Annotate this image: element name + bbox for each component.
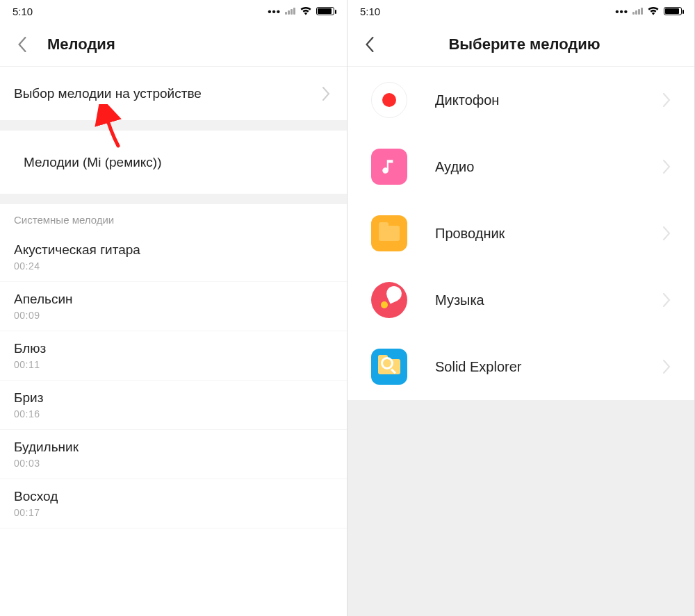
phone-right: 5:10 ••• Выберите мелодию ДиктофонАудиоП… bbox=[348, 0, 695, 616]
app-label: Аудио bbox=[435, 159, 632, 175]
status-bar: 5:10 ••• bbox=[0, 0, 347, 22]
song-name: Будильник bbox=[14, 440, 333, 455]
app-row-solid[interactable]: Solid Explorer bbox=[348, 333, 694, 400]
song-name: Акустическая гитара bbox=[14, 242, 333, 258]
row-mi-remix[interactable]: Мелодии (Mi (ремикс)) bbox=[0, 131, 347, 194]
song-row[interactable]: Бриз00:16 bbox=[0, 381, 347, 430]
row-pick-on-device[interactable]: Выбор мелодии на устройстве bbox=[0, 67, 347, 121]
section-gap bbox=[0, 121, 347, 131]
section-header-system: Системные мелодии bbox=[0, 204, 347, 233]
app-label: Solid Explorer bbox=[435, 359, 632, 375]
status-time: 5:10 bbox=[360, 6, 380, 17]
app-row-recorder[interactable]: Диктофон bbox=[348, 67, 694, 133]
chevron-right-icon bbox=[660, 93, 673, 107]
song-row[interactable]: Будильник00:03 bbox=[0, 430, 347, 479]
chevron-right-icon bbox=[660, 293, 673, 307]
back-button[interactable] bbox=[13, 35, 32, 54]
song-duration: 00:17 bbox=[14, 507, 333, 518]
empty-area bbox=[348, 400, 694, 616]
more-icon: ••• bbox=[615, 6, 628, 17]
app-row-music[interactable]: Музыка bbox=[348, 267, 694, 333]
page-title: Выберите мелодию bbox=[367, 35, 682, 53]
battery-icon bbox=[664, 7, 682, 15]
chevron-right-icon bbox=[660, 226, 673, 240]
song-name: Апельсин bbox=[14, 292, 333, 307]
app-row-files[interactable]: Проводник bbox=[348, 200, 694, 267]
app-row-audio[interactable]: Аудио bbox=[348, 133, 694, 200]
song-duration: 00:24 bbox=[14, 260, 333, 272]
song-row[interactable]: Блюз00:11 bbox=[0, 331, 347, 381]
chevron-right-icon bbox=[660, 160, 673, 174]
song-row[interactable]: Восход00:17 bbox=[0, 479, 347, 528]
status-right: ••• bbox=[268, 6, 334, 17]
battery-icon bbox=[316, 7, 334, 15]
song-row[interactable]: Акустическая гитара00:24 bbox=[0, 233, 347, 282]
signal-icon bbox=[285, 8, 295, 15]
phone-left: 5:10 ••• Мелодия Выбор мелодии на устрой… bbox=[0, 0, 348, 616]
files-icon bbox=[371, 215, 407, 251]
status-time: 5:10 bbox=[13, 6, 33, 17]
app-list: ДиктофонАудиоПроводникМузыкаSolid Explor… bbox=[348, 67, 694, 400]
song-row[interactable]: Апельсин00:09 bbox=[0, 282, 347, 331]
song-name: Восход bbox=[14, 489, 333, 504]
chevron-right-icon bbox=[660, 360, 673, 374]
status-right: ••• bbox=[615, 6, 682, 17]
row-label: Мелодии (Mi (ремикс)) bbox=[14, 155, 333, 170]
status-bar: 5:10 ••• bbox=[348, 0, 694, 22]
app-label: Проводник bbox=[435, 226, 632, 242]
row-label: Выбор мелодии на устройстве bbox=[14, 86, 319, 101]
chevron-right-icon bbox=[319, 87, 333, 101]
song-name: Блюз bbox=[14, 341, 333, 356]
left-list: Выбор мелодии на устройстве Мелодии (Mi … bbox=[0, 67, 347, 528]
wifi-icon bbox=[300, 6, 312, 17]
app-label: Диктофон bbox=[435, 92, 632, 108]
song-duration: 00:11 bbox=[14, 359, 333, 370]
section-gap bbox=[0, 194, 347, 204]
song-name: Бриз bbox=[14, 390, 333, 406]
nav-bar: Выберите мелодию bbox=[348, 22, 694, 67]
page-title: Мелодия bbox=[47, 35, 115, 53]
more-icon: ••• bbox=[268, 6, 281, 17]
wifi-icon bbox=[647, 6, 660, 17]
song-duration: 00:03 bbox=[14, 458, 333, 469]
app-label: Музыка bbox=[435, 292, 632, 308]
solid-explorer-icon bbox=[371, 349, 407, 385]
signal-icon bbox=[632, 8, 643, 15]
song-duration: 00:09 bbox=[14, 310, 333, 321]
song-duration: 00:16 bbox=[14, 408, 333, 419]
audio-icon bbox=[371, 149, 407, 185]
recorder-icon bbox=[371, 82, 407, 118]
nav-bar: Мелодия bbox=[0, 22, 347, 67]
music-icon bbox=[371, 282, 407, 318]
